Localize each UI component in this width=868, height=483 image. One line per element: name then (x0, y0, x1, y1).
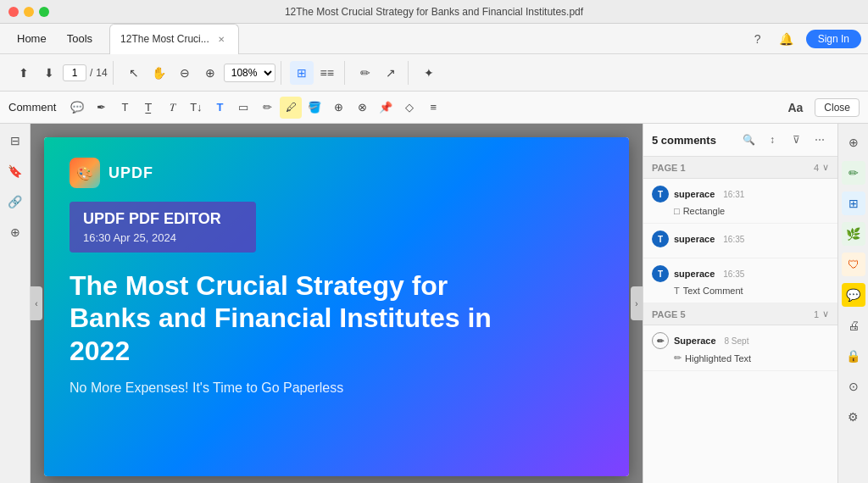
page-separator: / (90, 67, 92, 79)
sidebar-bookmark-icon[interactable]: 🔖 (5, 161, 25, 181)
bell-icon[interactable]: 🔔 (777, 30, 796, 48)
aa-button[interactable]: Aa (782, 99, 808, 116)
view-mode-button[interactable]: ⊞ (290, 61, 314, 85)
right-icon-print[interactable]: 🖨 (842, 314, 865, 337)
right-icon-edit[interactable]: ✏ (842, 161, 865, 185)
more-comments-icon[interactable]: ⋯ (810, 130, 829, 149)
view-alt-button[interactable]: ≡≡ (315, 61, 339, 85)
zoom-select[interactable]: 108% (224, 64, 275, 82)
comment-type: □ Rectangle (652, 206, 829, 216)
pdf-editor-date: 16:30 Apr 25, 2024 (83, 231, 242, 244)
comments-header: 5 comments 🔍 ↕ ⊽ ⋯ (643, 124, 837, 157)
right-icon-circle[interactable]: ⊙ (842, 375, 865, 398)
comment-type: ✏ Highlighted Text (652, 353, 829, 364)
comment-item[interactable]: ✏ Superace 8 Sept ✏ Highlighted Text (643, 325, 837, 371)
edit-button[interactable]: ✏ (353, 61, 377, 85)
menu-home[interactable]: Home (7, 29, 57, 48)
filter-comments-icon[interactable]: ⊽ (787, 130, 805, 149)
right-icon-security[interactable]: 🛡 (842, 253, 865, 276)
comment-shape-button[interactable]: ◇ (398, 97, 420, 119)
page-total: 14 (96, 67, 107, 79)
right-icon-ocr[interactable]: 🌿 (842, 222, 865, 246)
pdf-tab[interactable]: 12The Most Cruci... ✕ (109, 24, 239, 54)
menu-right: ? 🔔 Sign In (748, 30, 861, 48)
hand-tool-button[interactable]: ✋ (147, 61, 171, 85)
select-tool-button[interactable]: ↖ (122, 61, 146, 85)
sign-in-button[interactable]: Sign In (806, 30, 861, 48)
comment-highlight-button[interactable]: 🖊 (280, 97, 302, 119)
main-area: ⊟ 🔖 🔗 ⊕ ‹ 🎨 UPDF UPDF PDF EDITOR 16:30 A… (0, 124, 868, 483)
comment-box-button[interactable]: ▭ (232, 97, 254, 119)
comment-item[interactable]: T superace 16:35 T Text Comment (643, 258, 837, 303)
comment-text-box-button[interactable]: T̲ (137, 97, 159, 119)
tab-label: 12The Most Cruci... (120, 33, 209, 45)
close-button[interactable] (8, 7, 19, 17)
comment-type-label: Rectangle (683, 206, 726, 216)
comment-type-label: Highlighted Text (685, 353, 751, 364)
comment-lines-button[interactable]: ≡ (422, 97, 444, 119)
search-comments-icon[interactable]: 🔍 (739, 130, 758, 149)
comment-text-callout-button[interactable]: 𝑇 (161, 97, 183, 119)
sidebar-link-icon[interactable]: 🔗 (5, 192, 25, 212)
sort-comments-icon[interactable]: ↕ (763, 130, 782, 149)
next-page-button[interactable]: ⬇ (37, 61, 61, 85)
comment-speech-button[interactable]: 💬 (66, 97, 88, 119)
share-button[interactable]: ↗ (379, 61, 403, 85)
page-input[interactable]: 1 (63, 64, 86, 81)
minimize-button[interactable] (24, 7, 34, 17)
comment-user: Superace (674, 336, 716, 346)
comment-pencil-button[interactable]: ✏ (256, 97, 278, 119)
pdf-content: 🎨 UPDF UPDF PDF EDITOR 16:30 Apr 25, 202… (44, 137, 629, 476)
comment-time: 8 Sept (725, 336, 749, 346)
comment-text-button[interactable]: T (114, 97, 136, 119)
page5-count: 1 ∨ (814, 308, 829, 319)
comment-avatar: T (652, 186, 669, 203)
comment-item[interactable]: T superace 16:35 (643, 224, 837, 258)
updf-logo-text: UPDF (108, 164, 153, 182)
window-controls[interactable] (8, 7, 49, 17)
page1-count: 4 ∨ (814, 162, 829, 173)
maximize-button[interactable] (39, 7, 49, 17)
collapse-left-button[interactable]: ‹ (31, 286, 42, 320)
comment-avatar: T (652, 230, 669, 247)
comment-toolbar-right: Aa Close (782, 98, 860, 117)
close-comment-button[interactable]: Close (815, 98, 860, 117)
comment-subscript-button[interactable]: T↓ (185, 97, 207, 119)
comments-count: 5 comments (652, 134, 734, 147)
collapse-right-button[interactable]: › (631, 286, 643, 320)
menu-tools[interactable]: Tools (57, 29, 103, 48)
help-icon[interactable]: ? (748, 30, 767, 48)
comment-item[interactable]: T superace 16:31 □ Rectangle (643, 179, 837, 224)
right-icon-top[interactable]: ⊕ (842, 130, 865, 154)
comment-header: T superace 16:31 (652, 186, 829, 203)
comment-highlight-pen-button[interactable]: ✒ (90, 97, 112, 119)
comment-fill-button[interactable]: 🪣 (303, 97, 326, 119)
right-icon-shield[interactable]: 🔒 (842, 344, 865, 368)
comment-toolbar: Comment 💬 ✒ T T̲ 𝑇 T↓ T ▭ ✏ 🖊 🪣 ⊕ ⊗ 📌 ◇ … (0, 92, 868, 124)
extra-group: ✦ (412, 61, 446, 85)
comment-pin-button[interactable]: 📌 (375, 97, 397, 119)
page1-section: PAGE 1 4 ∨ (643, 157, 837, 179)
right-icon-convert[interactable]: ⊞ (842, 192, 865, 215)
comments-body: PAGE 1 4 ∨ T superace 16:31 □ Rectangle (643, 157, 837, 483)
select-group: ↖ ✋ ⊖ ⊕ 108% (117, 61, 281, 85)
comment-stamp-button[interactable]: ⊕ (327, 97, 349, 119)
tab-close-icon[interactable]: ✕ (214, 33, 228, 46)
comment-stamp2-button[interactable]: ⊗ (351, 97, 373, 119)
window-title: 12The Most Crucial Strategy for Banks an… (285, 6, 583, 18)
zoom-in-button[interactable]: ⊕ (198, 61, 222, 85)
zoom-out-button[interactable]: ⊖ (173, 61, 197, 85)
prev-page-button[interactable]: ⬆ (12, 61, 36, 85)
sidebar-thumbnail-icon[interactable]: ⊟ (5, 130, 25, 151)
highlight-icon: ✏ (674, 353, 682, 364)
right-icon-settings[interactable]: ⚙ (842, 405, 865, 429)
comment-user: superace (674, 189, 715, 199)
pdf-tagline: No More Expenses! It's Time to Go Paperl… (70, 380, 604, 396)
sidebar-layers-icon[interactable]: ⊕ (5, 222, 25, 242)
right-icon-comment-active[interactable]: 💬 (842, 283, 865, 307)
comment-type: T Text Comment (652, 286, 829, 296)
comment-avatar: ✏ (652, 332, 669, 349)
comment-colored-text-button[interactable]: T (209, 97, 231, 119)
nav-group: ⬆ ⬇ 1 / 14 (7, 61, 114, 85)
ocr-button[interactable]: ✦ (417, 61, 441, 85)
